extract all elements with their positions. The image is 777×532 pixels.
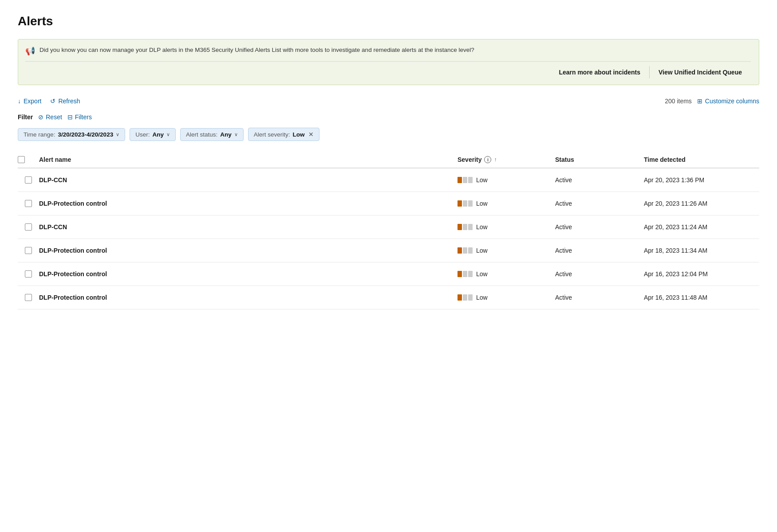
reset-filter-button[interactable]: ⊘ Reset	[38, 113, 62, 121]
chip-alert-severity-label: Alert severity:	[254, 131, 290, 138]
alert-name-2[interactable]: DLP-Protection control	[39, 200, 458, 207]
chip-user[interactable]: User: Any ∨	[130, 128, 176, 141]
filters-icon: ⊟	[67, 113, 73, 121]
row-checkbox-1[interactable]	[18, 176, 39, 184]
severity-bar-5-1	[458, 271, 462, 277]
severity-bars-5	[458, 271, 473, 277]
filter-chips: Time range: 3/20/2023-4/20/2023 ∨ User: …	[18, 128, 759, 141]
time-3: Apr 20, 2023 11:24 AM	[644, 223, 759, 231]
customize-icon: ⊞	[697, 98, 702, 105]
severity-cell-1: Low	[458, 176, 555, 184]
export-icon: ↓	[18, 98, 21, 105]
severity-cell-2: Low	[458, 200, 555, 207]
alert-name-4[interactable]: DLP-Protection control	[39, 247, 458, 254]
filters-button[interactable]: ⊟ Filters	[67, 113, 92, 121]
row-checkbox-5[interactable]	[18, 270, 39, 278]
table-row: DLP-Protection control Low Active Apr 18…	[18, 239, 759, 262]
row-checkbox-3[interactable]	[18, 223, 39, 231]
severity-cell-3: Low	[458, 223, 555, 231]
chip-time-range[interactable]: Time range: 3/20/2023-4/20/2023 ∨	[18, 128, 125, 141]
select-all-checkbox[interactable]	[18, 156, 25, 163]
severity-text-5: Low	[476, 270, 488, 278]
table-row: DLP-CCN Low Active Apr 20, 2023 11:24 AM	[18, 215, 759, 239]
time-5: Apr 16, 2023 12:04 PM	[644, 270, 759, 278]
banner-actions: Learn more about incidents View Unified …	[25, 61, 751, 78]
severity-bar-5-2	[463, 271, 467, 277]
severity-bar-2-1	[458, 200, 462, 207]
severity-text-1: Low	[476, 176, 488, 184]
export-button[interactable]: ↓ Export	[18, 96, 41, 106]
severity-bar-5-3	[468, 271, 473, 277]
toolbar: ↓ Export ↺ Refresh 200 items ⊞ Customize…	[18, 96, 759, 106]
learn-more-link[interactable]: Learn more about incidents	[550, 66, 650, 78]
severity-bar-2-3	[468, 200, 473, 207]
page-title: Alerts	[18, 14, 759, 28]
severity-cell-5: Low	[458, 270, 555, 278]
chip-user-label: User:	[135, 131, 150, 138]
row-checkbox-4[interactable]	[18, 247, 39, 254]
chip-alert-severity-close[interactable]: ✕	[308, 131, 314, 138]
severity-cell-4: Low	[458, 247, 555, 254]
chip-time-range-value: 3/20/2023-4/20/2023	[58, 131, 114, 138]
col-header-alert-name: Alert name	[39, 156, 458, 163]
chip-alert-severity[interactable]: Alert severity: Low ✕	[248, 128, 319, 141]
severity-info-icon[interactable]: i	[484, 156, 491, 163]
chip-time-range-label: Time range:	[24, 131, 55, 138]
col-time-detected-label: Time detected	[644, 156, 686, 163]
severity-bar-1-2	[463, 177, 467, 183]
customize-columns-button[interactable]: ⊞ Customize columns	[697, 98, 759, 105]
export-label: Export	[24, 98, 41, 105]
severity-text-6: Low	[476, 294, 488, 301]
status-3: Active	[555, 223, 644, 231]
severity-text-2: Low	[476, 200, 488, 207]
time-4: Apr 18, 2023 11:34 AM	[644, 247, 759, 254]
col-header-status: Status	[555, 156, 644, 163]
reset-filter-icon: ⊘	[38, 113, 43, 121]
table-header: Alert name Severity i ↑ Status Time dete…	[18, 152, 759, 168]
col-alert-name-label: Alert name	[39, 156, 71, 163]
reset-filter-label: Reset	[46, 113, 62, 121]
chip-alert-severity-value: Low	[293, 131, 305, 138]
status-5: Active	[555, 270, 644, 278]
banner-icon: 📢	[25, 46, 35, 56]
chip-alert-status-arrow: ∨	[234, 132, 238, 137]
severity-bars-4	[458, 247, 473, 254]
banner-text: Did you know you can now manage your DLP…	[39, 46, 474, 55]
alert-name-6[interactable]: DLP-Protection control	[39, 294, 458, 301]
filter-label: Filter	[18, 113, 33, 121]
info-banner: 📢 Did you know you can now manage your D…	[18, 39, 759, 85]
filters-label: Filters	[75, 113, 92, 121]
refresh-button[interactable]: ↺ Refresh	[50, 96, 80, 106]
alert-name-3[interactable]: DLP-CCN	[39, 223, 458, 231]
alert-name-5[interactable]: DLP-Protection control	[39, 270, 458, 278]
time-6: Apr 16, 2023 11:48 AM	[644, 294, 759, 301]
severity-bar-4-3	[468, 247, 473, 254]
row-checkbox-6[interactable]	[18, 294, 39, 301]
status-4: Active	[555, 247, 644, 254]
toolbar-right: 200 items ⊞ Customize columns	[665, 98, 759, 105]
severity-bar-2-2	[463, 200, 467, 207]
table-row: DLP-Protection control Low Active Apr 20…	[18, 192, 759, 215]
status-6: Active	[555, 294, 644, 301]
col-header-time-detected: Time detected	[644, 156, 759, 163]
col-header-severity[interactable]: Severity i ↑	[458, 156, 555, 163]
severity-bar-6-2	[463, 294, 467, 301]
view-incident-queue-link[interactable]: View Unified Incident Queue	[650, 66, 751, 78]
severity-bars-2	[458, 200, 473, 207]
chip-user-arrow: ∨	[166, 132, 170, 137]
severity-bar-4-1	[458, 247, 462, 254]
items-count: 200 items	[665, 98, 692, 105]
severity-sort-icon[interactable]: ↑	[494, 156, 497, 163]
col-header-checkbox	[18, 156, 39, 163]
alert-name-1[interactable]: DLP-CCN	[39, 176, 458, 184]
chip-alert-status-value: Any	[220, 131, 232, 138]
row-checkbox-2[interactable]	[18, 200, 39, 207]
chip-alert-status[interactable]: Alert status: Any ∨	[180, 128, 244, 141]
col-severity-label: Severity	[458, 156, 481, 163]
severity-cell-6: Low	[458, 294, 555, 301]
chip-time-range-arrow: ∨	[116, 132, 119, 137]
toolbar-left: ↓ Export ↺ Refresh	[18, 96, 80, 106]
severity-bar-1-1	[458, 177, 462, 183]
severity-bar-3-2	[463, 224, 467, 230]
severity-bar-3-3	[468, 224, 473, 230]
